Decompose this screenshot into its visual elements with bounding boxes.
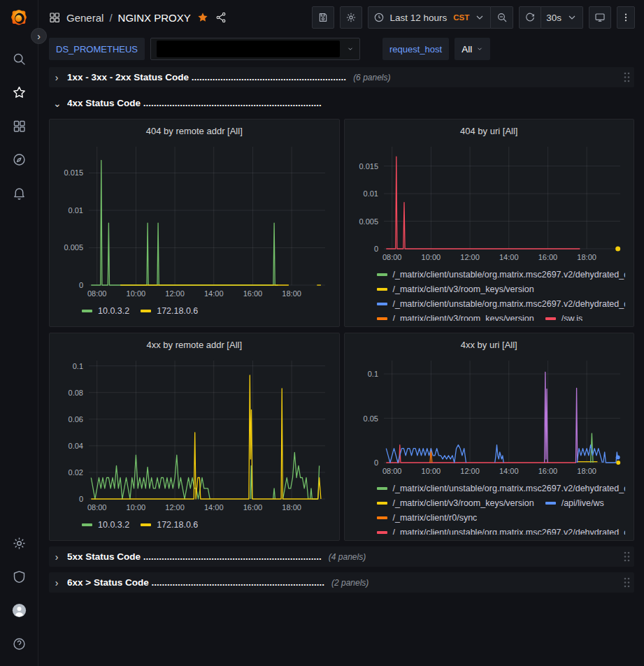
svg-text:12:00: 12:00 (460, 253, 480, 261)
panel-title[interactable]: 4xx by uri [All] (352, 337, 627, 354)
timeseries-plot[interactable]: 00.0050.010.01508:0010:0012:0014:0016:00… (57, 140, 332, 301)
drag-dots-icon (624, 551, 630, 562)
row-drag-handle[interactable] (624, 551, 630, 562)
legend-swatch (545, 502, 556, 505)
timeseries-plot[interactable]: 00.0050.010.01508:0010:0012:0014:0016:00… (352, 140, 627, 264)
svg-text:0: 0 (79, 495, 83, 503)
timeseries-plot[interactable]: 00.050.108:0010:0012:0014:0016:0018:00 (352, 354, 627, 478)
row-header-6xx[interactable]: › 6xx > Status Code ....................… (49, 572, 634, 593)
sidebar-item-server-admin[interactable] (3, 564, 34, 589)
legend-label: 10.0.3.2 (98, 306, 129, 316)
legend-item[interactable]: 172.18.0.6 (141, 303, 198, 318)
grafana-logo[interactable] (8, 8, 29, 29)
legend-item[interactable]: /sw.js (545, 311, 583, 321)
variable-select-ds-prometheus[interactable] (150, 38, 360, 60)
help-icon (12, 637, 27, 651)
svg-text:10:00: 10:00 (127, 289, 146, 298)
row-drag-handle[interactable] (624, 72, 630, 82)
svg-text:14:00: 14:00 (499, 467, 518, 475)
dashboard-grid-icon (48, 11, 61, 24)
share-icon[interactable] (215, 11, 227, 24)
toolbar: Last 12 hours CST 30s (312, 6, 635, 29)
legend-swatch (377, 516, 387, 519)
legend-item[interactable]: /_matrix/client/unstable/org.matrix.msc2… (377, 296, 626, 311)
chevron-down-icon (474, 12, 485, 23)
dashboard-settings-button[interactable] (340, 6, 362, 29)
legend-item[interactable]: 172.18.0.6 (141, 517, 198, 532)
sidebar-expand-button[interactable]: › (31, 28, 47, 44)
chart-legend: 10.0.3.2172.18.0.6 (57, 514, 332, 535)
panel-title[interactable]: 4xx by remote addr [All] (57, 337, 332, 354)
variable-select-request-host[interactable]: All (455, 38, 490, 60)
legend-label: /_matrix/client/unstable/org.matrix.msc2… (393, 484, 626, 493)
svg-text:0: 0 (79, 281, 83, 289)
legend-item[interactable]: 10.0.3.2 (82, 303, 129, 318)
legend-swatch (377, 487, 387, 490)
timeseries-plot[interactable]: 00.020.040.060.080.108:0010:0012:0014:00… (57, 354, 332, 514)
chart-legend: /_matrix/client/unstable/org.matrix.msc2… (352, 478, 627, 535)
legend-item[interactable]: /_matrix/client/v3/room_keys/version (377, 495, 534, 510)
panel-title[interactable]: 404 by uri [All] (352, 123, 627, 140)
time-range-picker[interactable]: Last 12 hours CST (368, 6, 491, 29)
panel-row-404: 404 by remote addr [All] 00.0050.010.015… (49, 119, 634, 327)
legend-label: /api/live/ws (561, 498, 604, 508)
star-icon (12, 85, 27, 100)
sidebar-item-search[interactable] (3, 46, 34, 71)
svg-text:0.01: 0.01 (363, 189, 378, 198)
page-title[interactable]: NGINX PROXY (118, 12, 191, 24)
legend-swatch (545, 317, 556, 320)
legend-label: /_matrix/client/r0/sync (393, 513, 478, 523)
refresh-interval-label: 30s (546, 13, 561, 23)
save-dashboard-button[interactable] (312, 6, 334, 29)
row-header-1xx-3xx-2xx[interactable]: › 1xx - 3xx - 2xx Status Code ..........… (49, 67, 634, 87)
svg-text:16:00: 16:00 (243, 289, 263, 298)
variable-value-request-host: All (461, 44, 472, 55)
legend-swatch (377, 303, 387, 305)
chevron-down-icon (476, 45, 483, 52)
dashboard-canvas: › 1xx - 3xx - 2xx Status Code ..........… (38, 66, 644, 666)
legend-swatch (377, 502, 387, 505)
legend-item[interactable]: /_matrix/client/v3/room_keys/version (377, 311, 534, 321)
more-options-button[interactable] (617, 6, 635, 29)
sidebar-item-dashboards[interactable] (3, 113, 34, 138)
row-title: 6xx > Status Code ......................… (67, 577, 324, 588)
zoom-out-time-button[interactable] (491, 6, 513, 29)
legend-label: /_matrix/client/v3/room_keys/version (393, 314, 534, 321)
refresh-icon (524, 12, 536, 23)
svg-text:16:00: 16:00 (538, 253, 557, 261)
row-drag-handle[interactable] (624, 577, 630, 588)
chart-legend: /_matrix/client/unstable/org.matrix.msc2… (352, 264, 627, 321)
legend-item[interactable]: /_matrix/client/unstable/org.matrix.msc2… (377, 481, 626, 495)
sidebar-item-alerting[interactable] (3, 180, 34, 205)
star-filled-icon[interactable] (196, 11, 209, 24)
refresh-button[interactable] (519, 6, 541, 29)
drag-dots-icon (624, 577, 630, 588)
sidebar-item-starred[interactable] (3, 80, 34, 105)
drag-dots-icon (624, 72, 630, 82)
sidebar-item-help[interactable] (3, 631, 34, 656)
row-title: 1xx - 3xx - 2xx Status Code ............… (67, 72, 346, 82)
legend-item[interactable]: 10.0.3.2 (82, 517, 129, 532)
sidebar-item-configuration[interactable] (3, 530, 34, 556)
row-header-4xx[interactable]: ⌄ 4xx Status Code ......................… (49, 93, 634, 113)
legend-swatch (377, 273, 387, 276)
panel-title[interactable]: 404 by remote addr [All] (57, 123, 332, 140)
legend-swatch (377, 531, 387, 534)
legend-item[interactable]: /_matrix/client/r0/sync (377, 510, 478, 525)
legend-label: 172.18.0.6 (157, 520, 198, 530)
bell-icon (12, 186, 27, 201)
row-header-5xx[interactable]: › 5xx Status Code ......................… (49, 546, 634, 567)
row-panel-count: (4 panels) (329, 552, 366, 562)
breadcrumb-folder[interactable]: General (66, 12, 103, 24)
kebab-menu-icon (620, 12, 631, 23)
legend-item[interactable]: /_matrix/client/v3/room_keys/version (377, 282, 534, 296)
refresh-interval-picker[interactable]: 30s (541, 6, 583, 29)
sidebar-item-explore[interactable] (3, 147, 34, 172)
sidebar-item-profile[interactable] (3, 598, 34, 623)
legend-item[interactable]: /_matrix/client/unstable/org.matrix.msc2… (377, 267, 626, 282)
svg-text:0.08: 0.08 (69, 389, 83, 397)
svg-text:0.01: 0.01 (69, 206, 83, 215)
cycle-view-mode-button[interactable] (589, 6, 611, 29)
legend-item[interactable]: /api/live/ws (545, 495, 604, 510)
legend-item[interactable]: /_matrix/client/unstable/org.matrix.msc2… (377, 525, 626, 535)
